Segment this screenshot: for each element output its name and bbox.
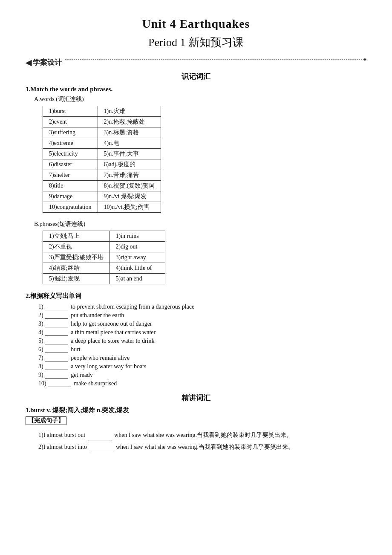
burst-sentences: 1)I almost burst out when I saw what she… (26, 430, 366, 452)
word-right-7: 7)n.苦难;痛苦 (98, 170, 161, 181)
word-right-5: 5)n.事件;大事 (98, 149, 161, 159)
words-table: 1)burst1)n.灾难2)event2)n.掩蔽;掩蔽处3)sufferin… (43, 106, 161, 213)
word-right-1: 1)n.灾难 (98, 106, 161, 117)
burst-entry-title: 1.burst v. 爆裂;闯入;爆炸 n.突发,爆发 (26, 406, 366, 414)
blank-7[interactable] (45, 356, 68, 361)
vocab2-item-10: 10) make sb.surprised (38, 380, 366, 387)
word-left-8: 8)title (43, 181, 98, 191)
sentence-cn-1: 当我看到她的装束时几乎要笑出来。 (197, 432, 292, 438)
phrases-sub-heading: B.phrases(短语连线) (34, 220, 366, 228)
item-num: 1) (38, 304, 43, 310)
word-left-6: 6)disaster (43, 159, 98, 170)
sentence-blank-2[interactable] (89, 446, 113, 452)
jingjiang-title: 精讲词汇 (26, 393, 366, 403)
word-right-3: 3)n.标题;资格 (98, 127, 161, 138)
word-left-1: 1)burst (43, 106, 98, 117)
phrase-right-1: 1)in ruins (110, 231, 165, 242)
item-num: 9) (38, 372, 43, 378)
item-num: 7) (38, 355, 43, 361)
vocab2-item-1: 1) to prevent sb.from escaping from a da… (38, 304, 366, 310)
word-right-8: 8)n.祝贺;(复数)贺词 (98, 181, 161, 191)
item-num: 3) (38, 321, 43, 327)
phrase-right-5: 5)at an end (110, 274, 165, 284)
blank-8[interactable] (45, 364, 68, 370)
word-right-6: 6)adj.极度的 (98, 159, 161, 170)
word-right-2: 2)n.掩蔽;掩蔽处 (98, 117, 161, 127)
vocab2-item-9: 9) get ready (38, 372, 366, 379)
phrase-left-2: 2)不重视 (43, 242, 110, 252)
sentence-num: 1) (38, 432, 43, 438)
item-text: hurt (71, 346, 81, 353)
phrase-right-3: 3)right away (110, 252, 165, 263)
item-num: 4) (38, 329, 43, 335)
vocab2-item-3: 3) help to get someone out of danger (38, 321, 366, 327)
item-text: help to get someone out of danger (71, 321, 152, 327)
blank-5[interactable] (45, 338, 68, 344)
bracket-label: 【完成句子】 (26, 416, 66, 425)
word-right-10: 10)n./vt.损失;伤害 (98, 202, 161, 213)
item-text: make sb.surprised (74, 380, 117, 387)
item-text: a very long water way for boats (71, 363, 146, 370)
blank-10[interactable] (48, 381, 71, 387)
phrase-left-3: 3)严重受损;破败不堪 (43, 252, 110, 263)
word-right-9: 9)n./vi 爆裂;爆发 (98, 191, 161, 202)
vocab2-heading: 2.根据释义写出单词 (26, 292, 366, 300)
vocab2-item-6: 6) hurt (38, 346, 366, 353)
item-num: 2) (38, 312, 43, 318)
phrases-table: 1)立刻;马上1)in ruins2)不重视2)dig out3)严重受损;破败… (43, 231, 165, 284)
word-left-10: 10)congratulation (43, 202, 98, 213)
item-text: to prevent sb.from escaping from a dange… (71, 304, 194, 310)
item-num: 8) (38, 363, 43, 370)
vocab2-list: 1) to prevent sb.from escaping from a da… (26, 304, 366, 387)
word-left-2: 2)event (43, 117, 98, 127)
vocab-section-title: 识记词汇 (26, 72, 366, 81)
word-left-9: 9)damage (43, 191, 98, 202)
item-num: 6) (38, 346, 43, 353)
dotted-line (65, 59, 366, 66)
match-heading: 1.Match the words and phrases. (26, 86, 366, 93)
phrase-left-5: 5)掘出;发现 (43, 274, 110, 284)
vocab2-item-5: 5) a deep place to store water to drink (38, 338, 366, 344)
word-left-7: 7)shelter (43, 170, 98, 181)
vocab2-item-4: 4) a thin metal piece that carries water (38, 329, 366, 336)
sentence-num: 2) (38, 444, 43, 450)
item-text: a deep place to store water to drink (71, 338, 154, 344)
phrase-right-4: 4)think little of (110, 263, 165, 274)
item-text: people who remain alive (71, 355, 130, 361)
burst-sentence-1: 1)I almost burst out when I saw what she… (38, 430, 366, 440)
vocab2-item-7: 7) people who remain alive (38, 355, 366, 361)
sub-title: Period 1 新知预习课 (26, 35, 366, 50)
sentence-cn-2: 当我看到她的装束时几乎要笑出来。 (199, 444, 294, 450)
words-sub-heading: A.words (词汇连线) (34, 95, 366, 103)
phrase-left-1: 1)立刻;马上 (43, 231, 110, 242)
item-text: get ready (71, 372, 93, 378)
word-left-5: 5)electricity (43, 149, 98, 159)
word-right-4: 4)n.电 (98, 138, 161, 149)
burst-sentence-2: 2)I almost burst into when I saw what sh… (38, 442, 366, 452)
phrase-left-4: 4)结束;终结 (43, 263, 110, 274)
main-title: Unit 4 Earthquakes (26, 17, 366, 31)
blank-2[interactable] (45, 313, 68, 319)
vocab2-item-8: 8) a very long water way for boats (38, 363, 366, 370)
item-text: put sth.under the earth (71, 312, 124, 318)
word-left-3: 3)suffering (43, 127, 98, 138)
blank-3[interactable] (45, 321, 68, 327)
blank-6[interactable] (45, 347, 68, 353)
word-left-4: 4)extreme (43, 138, 98, 149)
item-text: a thin metal piece that carries water (71, 329, 156, 335)
item-num: 5) (38, 338, 43, 344)
item-num: 10) (38, 380, 46, 387)
blank-4[interactable] (45, 330, 68, 336)
blank-1[interactable] (45, 304, 68, 310)
sentence-blank-1[interactable] (88, 434, 112, 440)
blank-9[interactable] (45, 373, 68, 379)
section-design-bar: 学案设计 (26, 58, 366, 67)
vocab2-item-2: 2) put sth.under the earth (38, 312, 366, 319)
phrase-right-2: 2)dig out (110, 242, 165, 252)
section-design-label: 学案设计 (26, 58, 62, 67)
